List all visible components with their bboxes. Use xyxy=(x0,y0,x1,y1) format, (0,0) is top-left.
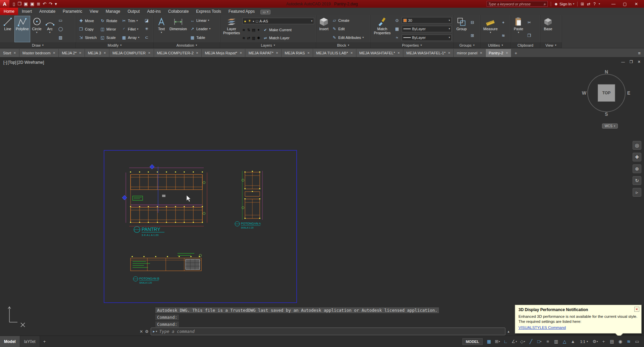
paste-button[interactable]: Paste ▾ xyxy=(512,16,525,42)
redo-icon[interactable]: ↷ xyxy=(49,2,52,6)
groups-tool-icon[interactable]: ⊞ xyxy=(471,33,474,38)
file-tab-meja-computer[interactable]: MEJA COMPUTER✕ xyxy=(109,49,154,57)
text-button[interactable]: Text ▾ xyxy=(155,16,167,42)
close-button[interactable]: ✕ xyxy=(631,2,642,6)
tab-close-icon[interactable]: ✕ xyxy=(307,51,310,55)
utilities-tool-icon[interactable]: ≋ xyxy=(502,33,505,38)
layer-state-icon[interactable]: ⇅ xyxy=(247,28,250,32)
match-layer-button[interactable]: ⇌ Match Layer xyxy=(262,36,291,40)
ribbon-tab-collaborate[interactable]: Collaborate xyxy=(164,8,192,15)
model-tab[interactable]: Model xyxy=(0,336,20,347)
erase-tool-icon[interactable]: ◪ xyxy=(145,18,148,23)
annotation-panel-title[interactable]: Annotation ▾ xyxy=(154,42,220,48)
file-tab-meja-washtafel-1[interactable]: MEJA WASHTAFEL-1*✕ xyxy=(403,49,454,57)
ribbon-tab-home[interactable]: Home xyxy=(0,8,18,15)
file-tab-meja-3[interactable]: MEJA 3✕ xyxy=(85,49,109,57)
undo-icon[interactable]: ↶ xyxy=(43,2,46,6)
dimension-button[interactable]: Dimension xyxy=(168,16,188,42)
annotation-visibility-icon[interactable]: △ xyxy=(560,338,569,346)
properties-tool-icon[interactable]: ⊙ xyxy=(395,18,399,23)
ribbon-tab-manage[interactable]: Manage xyxy=(102,8,124,15)
offset-tool-icon[interactable]: ⊂ xyxy=(145,35,148,40)
utilities-tool-icon[interactable]: ⌖ xyxy=(502,20,504,25)
quick-properties-icon[interactable]: ▤ xyxy=(608,338,616,346)
layer-state-icon[interactable]: ☀ xyxy=(248,19,251,23)
command-close-icon[interactable]: ✕ xyxy=(140,329,143,334)
hatch-tool-icon[interactable]: ▨ xyxy=(59,35,62,40)
modify-panel-title[interactable]: Modify ▾ xyxy=(76,42,153,48)
layer-state-icon[interactable]: ▪ xyxy=(253,19,254,23)
command-customize-icon[interactable]: ⚙ xyxy=(145,329,149,334)
tab-close-icon[interactable]: ✕ xyxy=(506,51,508,55)
file-tab-menu-icon[interactable]: ≡ xyxy=(635,49,644,57)
sign-in-button[interactable]: ☻ Sign In ▾ xyxy=(554,2,574,6)
tool-move[interactable]: ✚Move xyxy=(78,16,99,25)
color-dropdown[interactable]: ByLayer ▾ xyxy=(402,26,452,32)
groups-panel-title[interactable]: Groups ▾ xyxy=(454,42,480,48)
file-tab-meja-rapat[interactable]: MEJA RAPAT*✕ xyxy=(245,49,282,57)
grid-display-icon[interactable]: ▦ xyxy=(485,338,493,346)
tab-close-icon[interactable]: ✕ xyxy=(196,51,199,55)
maximize-button[interactable]: ▢ xyxy=(619,2,631,6)
isodraft-icon[interactable]: ◇▾ xyxy=(518,338,527,346)
draw-panel-title[interactable]: Draw ▾ xyxy=(0,42,76,48)
tab-close-icon[interactable]: ✕ xyxy=(397,51,400,55)
new-layout-button[interactable]: + xyxy=(40,339,49,344)
chevron-down-icon[interactable]: ▾ xyxy=(49,31,51,34)
line-button[interactable]: Line xyxy=(2,16,14,42)
ribbon-minimize-button[interactable]: ▭ ▾ xyxy=(260,10,271,14)
search-icon[interactable]: ⌕ xyxy=(544,2,546,6)
make-current-button[interactable]: ✔ Make Current xyxy=(262,28,293,32)
notification-close-button[interactable]: ✕ xyxy=(634,307,639,312)
explode-tool-icon[interactable]: ✳ xyxy=(145,27,148,31)
lineweight-dropdown[interactable]: ByLayer ▾ xyxy=(402,35,452,41)
save-icon[interactable]: ▣ xyxy=(24,2,28,6)
app-store-cart-icon[interactable]: ⊞ xyxy=(581,2,584,6)
layout-tab[interactable]: laY0et xyxy=(20,336,40,347)
file-tab-meja-rias[interactable]: MEJA RIAS✕ xyxy=(282,49,313,57)
new-file-icon[interactable]: ▯ xyxy=(13,2,15,6)
base-button[interactable]: Base xyxy=(542,16,554,42)
ribbon-tab-add-ins[interactable]: Add-ins xyxy=(143,8,164,15)
arc-button[interactable]: Arc ▾ xyxy=(44,16,56,42)
workspace-gear-icon[interactable]: ⚙▾ xyxy=(591,338,599,346)
ribbon-tab-annotate[interactable]: Annotate xyxy=(36,8,59,15)
tab-close-icon[interactable]: ✕ xyxy=(79,51,82,55)
rectangle-tool-icon[interactable]: ▭ xyxy=(59,18,62,23)
clipboard-tool-icon[interactable]: ✂ xyxy=(528,20,531,25)
tool-stretch[interactable]: ⇲Stretch xyxy=(78,33,99,42)
clipboard-panel-title[interactable]: Clipboard xyxy=(511,42,540,48)
tab-close-icon[interactable]: ✕ xyxy=(103,51,106,55)
tool-rotate[interactable]: ↻Rotate xyxy=(99,16,120,25)
clean-screen-icon[interactable]: ▭ xyxy=(633,338,641,346)
tool-scale[interactable]: ◱Scale xyxy=(99,33,120,42)
layer-state-icon[interactable]: ✦ xyxy=(257,28,260,32)
recent-commands-icon[interactable]: ▴ xyxy=(507,329,509,334)
insert-block-button[interactable]: Insert xyxy=(318,16,330,42)
clipboard-tool-icon[interactable]: ❐ xyxy=(528,33,531,38)
file-tab-meja-washtafel[interactable]: MEJA WASHTAFEL*✕ xyxy=(356,49,403,57)
tool-copy[interactable]: ❐Copy xyxy=(78,25,99,33)
file-tab-meja-computer-2[interactable]: MEJA COMPUTER-2✕ xyxy=(154,49,202,57)
autoscale-icon[interactable]: ▲ xyxy=(569,338,577,346)
snap-mode-icon[interactable]: ⊞▾ xyxy=(493,338,502,346)
tool-edit-attributes[interactable]: ✎Edit Attributes▾ xyxy=(331,35,365,40)
ribbon-tab-output[interactable]: Output xyxy=(124,8,143,15)
layer-dropdown[interactable]: ●☀▪□ A-AS ▾ xyxy=(242,18,314,24)
tool-trim[interactable]: ✂Trim▾ xyxy=(120,16,142,25)
file-tab-meja-meja-rapat[interactable]: MEJA Meja Rapat*✕ xyxy=(202,49,245,57)
transparency-dropdown[interactable]: 30 ▾ xyxy=(402,17,452,23)
drawing-canvas-svg[interactable]: PANTRY S K A L A 1:20 POTONGAN A SKALA 1… xyxy=(0,57,644,336)
chevron-down-icon[interactable]: ▾ xyxy=(161,31,162,34)
ortho-mode-icon[interactable]: ∟ xyxy=(502,338,510,346)
layer-state-icon[interactable]: ⇄ xyxy=(247,36,250,40)
tool-leader[interactable]: ↗Leader▾ xyxy=(189,27,211,31)
utilities-panel-title[interactable]: Utilities ▾ xyxy=(481,42,510,48)
annotation-scale-button[interactable]: 1:1 ▾ xyxy=(578,339,590,345)
new-drawing-tab-button[interactable]: + xyxy=(511,49,520,57)
tool-edit-block[interactable]: ✎Edit xyxy=(331,27,365,31)
minimize-button[interactable]: — xyxy=(608,2,619,6)
chevron-down-icon[interactable]: ▾ xyxy=(490,31,491,34)
tab-close-icon[interactable]: ✕ xyxy=(53,51,56,55)
tab-close-icon[interactable]: ✕ xyxy=(148,51,151,55)
